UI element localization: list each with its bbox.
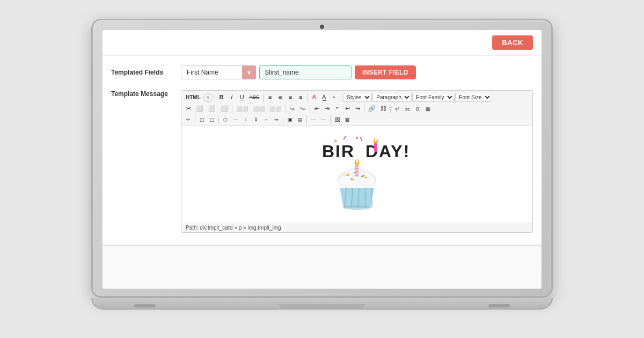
templated-fields-label: Templated Fields [111,69,181,76]
editor-body[interactable]: BIR DAY! [181,126,532,223]
svg-rect-16 [355,167,358,168]
superscript-btn[interactable]: x² [392,105,402,114]
toolbar-row-2: ✂ ⬜ ⬜ ⬜ ⬜⬜ ⬜⬜ ⬜⬜ ≔ [184,104,530,114]
editor-toolbar: HTML ? B I U ABC ≡ ≡ [181,91,532,126]
outdent-btn[interactable]: ⇤ [312,104,321,114]
sep9 [390,105,391,113]
top-bar: BACK [103,30,541,56]
r1-btn[interactable]: ▢ [197,115,207,124]
sep1 [215,93,215,102]
undo-btn[interactable]: ↩ [342,104,352,114]
toolbar-row-3: ✏ ▢ ▢ ⬡ — ↕ ⇕ ↔ ⇒ [184,115,530,124]
svg-line-2 [343,136,346,139]
blockquote-btn[interactable]: ❝ [332,105,342,114]
extra-area [103,245,541,289]
abc-btn[interactable]: ABC [247,93,262,102]
laptop-camera [320,25,324,29]
svg-point-8 [375,138,377,142]
sep5 [232,105,232,113]
r3-btn[interactable]: ⬡ [221,115,230,124]
r13-btn[interactable]: 🖼 [332,115,342,124]
insert-field-button[interactable]: INSERT FIELD [355,65,416,79]
editor-content: BIR DAY! [187,131,527,217]
indent-btn[interactable]: ⇥ [322,104,332,114]
bold-btn[interactable]: B [217,92,226,102]
sep6 [285,105,286,113]
styles-select[interactable]: Styles [343,93,372,102]
sep3 [307,93,308,102]
sep11 [218,115,219,124]
svg-text:BIR: BIR [322,142,355,161]
svg-point-27 [343,205,371,210]
help-btn[interactable]: ? [203,93,213,102]
field-value-input[interactable] [259,65,352,79]
sep12 [283,115,283,124]
svg-point-1 [356,137,358,139]
r4-btn[interactable]: — [231,115,240,124]
svg-rect-17 [355,170,358,171]
font-size-select[interactable]: Font Size [455,93,492,102]
paste-btn[interactable]: ⬜ [206,104,218,114]
form-area: Templated Fields First Name Last Name Em… [103,56,541,245]
field-dropdown[interactable]: First Name Last Name Email Phone [181,65,256,79]
r6-btn[interactable]: ⇕ [251,115,261,124]
list-ul-btn[interactable]: ≔ [287,104,297,114]
laptop-shell: BACK Templated Fields First Name Last Na… [91,19,553,319]
font-family-select[interactable]: Font Family [412,93,455,102]
r7-btn[interactable]: ↔ [261,115,271,124]
back-button[interactable]: BACK [492,35,533,50]
font-color-btn[interactable]: A [309,92,319,102]
toolbar-row-1: HTML ? B I U ABC ≡ ≡ [184,92,530,102]
align-center-btn[interactable]: ≡ [275,92,285,102]
r9-btn[interactable]: ▣ [285,115,295,124]
svg-line-3 [360,137,362,141]
template-message-label: Template Message [111,90,181,98]
sep2 [263,93,264,102]
templated-fields-row: Templated Fields First Name Last Name Em… [103,61,541,84]
sep13 [306,115,307,124]
r11-btn[interactable]: — [309,115,318,124]
copy-btn[interactable]: ⬜ [194,104,206,114]
find-btn[interactable]: ⬜⬜ [234,105,250,114]
r10-btn[interactable]: ▤ [295,115,305,124]
path-bar: Path: div.tmplt_card » p » img.tmplt_img [181,223,532,232]
subscript-btn[interactable]: x₂ [402,105,412,114]
sep10 [195,115,195,124]
special1-btn[interactable]: ╸ [330,93,339,102]
sep14 [330,115,331,124]
align-right-btn[interactable]: ≡ [286,92,295,102]
sep4 [341,93,341,102]
editor-wrapper: HTML ? B I U ABC ≡ ≡ [181,90,533,233]
sep8 [364,105,364,113]
spellcheck-btn[interactable]: ⬜⬜ [267,105,283,114]
laptop-foot-left [134,304,156,307]
specialchar-btn[interactable]: Ω [413,105,422,114]
r2-btn[interactable]: ▢ [207,115,217,124]
svg-point-21 [356,164,358,166]
italic-btn[interactable]: I [227,92,237,102]
cut-btn[interactable]: ✂ [184,104,193,114]
table-btn[interactable]: ▦ [423,105,433,114]
edit-btn[interactable]: ✏ [184,115,193,124]
unlink-btn[interactable]: ⛓ [378,104,389,114]
list-ol-btn[interactable]: ≔ [298,104,308,114]
laptop-feet [134,304,510,307]
r5-btn[interactable]: ↕ [241,115,251,124]
laptop-base [91,298,553,310]
r14-btn[interactable]: ▦ [342,115,352,124]
laptop-screen: BACK Templated Fields First Name Last Na… [103,30,541,289]
r12-btn[interactable]: — [319,115,328,124]
paste-text-btn[interactable]: ⬜ [218,104,230,114]
align-left-btn[interactable]: ≡ [265,92,275,102]
select-all-btn[interactable]: ⬜⬜ [251,105,267,114]
align-justify-btn[interactable]: ≡ [296,92,305,102]
redo-btn[interactable]: ↪ [353,104,362,114]
underline-btn[interactable]: U [237,92,247,102]
paragraph-select[interactable]: Paragraph [372,93,412,102]
link-btn[interactable]: 🔗 [366,104,378,114]
svg-text:DAY!: DAY! [365,142,410,161]
html-btn[interactable]: HTML [184,93,203,102]
highlight-btn[interactable]: A̲ [319,92,329,102]
r8-btn[interactable]: ⇒ [272,115,281,124]
sep7 [310,105,310,113]
